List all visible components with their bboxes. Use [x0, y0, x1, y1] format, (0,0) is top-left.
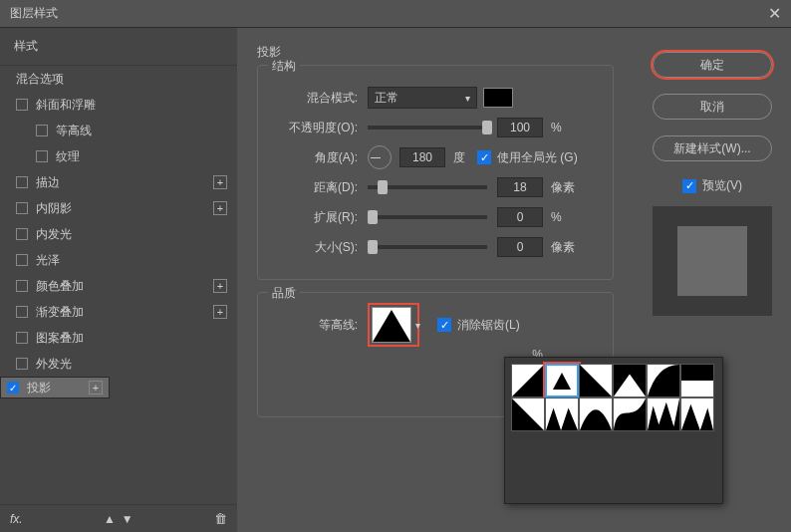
checkbox-icon[interactable]: [16, 176, 28, 188]
preview-label: 预览(V): [702, 177, 742, 194]
checkbox-icon[interactable]: [16, 99, 28, 111]
blendmode-select[interactable]: 正常▾: [368, 87, 477, 109]
contour-thumb[interactable]: [680, 398, 714, 431]
checkbox-icon[interactable]: [16, 254, 28, 266]
sidebar-item-gradientoverlay[interactable]: 渐变叠加+: [0, 299, 237, 325]
chevron-down-icon: ▾: [415, 320, 420, 331]
contour-popup: ✲: [504, 357, 723, 504]
checkbox-icon[interactable]: [16, 332, 28, 344]
contour-thumb[interactable]: [647, 398, 680, 431]
contour-thumb[interactable]: [613, 398, 647, 431]
fx-icon[interactable]: fx.: [10, 512, 23, 526]
add-icon[interactable]: +: [213, 305, 227, 319]
opacity-slider[interactable]: [368, 126, 487, 130]
opacity-row: 不透明度(O): 100 %: [268, 116, 603, 139]
contour-thumb[interactable]: [579, 364, 613, 398]
highlight-box: ▾: [368, 303, 419, 347]
window-title: 图层样式: [10, 5, 58, 22]
sidebar-item-contour[interactable]: 等高线: [0, 118, 237, 143]
cancel-button[interactable]: 取消: [653, 94, 772, 120]
sidebar-item-outerglow[interactable]: 外发光: [0, 351, 237, 377]
panel-title: 投影: [257, 44, 614, 61]
opacity-input[interactable]: 100: [497, 118, 543, 137]
group-label: 品质: [268, 285, 300, 302]
angle-row: 角度(A): 180 度 ✓ 使用全局光 (G): [268, 145, 603, 169]
sidebar-item-coloroverlay[interactable]: 颜色叠加+: [0, 273, 237, 299]
sidebar-item-dropshadow[interactable]: ✓投影+: [0, 377, 110, 399]
size-row: 大小(S): 0 像素: [268, 235, 603, 259]
styles-list: 混合选项 斜面和浮雕 等高线 纹理 描边+ 内阴影+ 内发光 光泽 颜色叠加+ …: [0, 66, 237, 504]
global-light-checkbox[interactable]: ✓: [477, 150, 491, 164]
sidebar-item-innershadow[interactable]: 内阴影+: [0, 195, 237, 221]
distance-row: 距离(D): 18 像素: [268, 175, 603, 199]
checkbox-icon[interactable]: [16, 202, 28, 214]
sidebar-item-texture[interactable]: 纹理: [0, 143, 237, 169]
checkbox-icon[interactable]: [16, 358, 28, 370]
contour-thumb[interactable]: [545, 364, 579, 398]
styles-header: 样式: [0, 28, 237, 66]
add-icon[interactable]: +: [89, 381, 103, 395]
styles-sidebar: 样式 混合选项 斜面和浮雕 等高线 纹理 描边+ 内阴影+ 内发光 光泽 颜色叠…: [0, 28, 237, 532]
trash-icon[interactable]: 🗑: [214, 511, 227, 526]
contour-grid: [511, 364, 716, 431]
spread-input[interactable]: 0: [497, 207, 543, 227]
down-icon[interactable]: ▼: [122, 512, 133, 526]
main-area: 样式 混合选项 斜面和浮雕 等高线 纹理 描边+ 内阴影+ 内发光 光泽 颜色叠…: [0, 28, 791, 532]
contour-thumb[interactable]: [511, 398, 545, 431]
sidebar-item-satin[interactable]: 光泽: [0, 247, 237, 273]
checkbox-icon[interactable]: [16, 306, 28, 318]
add-icon[interactable]: +: [213, 201, 227, 215]
newstyle-button[interactable]: 新建样式(W)...: [653, 135, 772, 161]
contour-thumb[interactable]: [545, 398, 579, 431]
distance-slider[interactable]: [368, 185, 487, 189]
sidebar-item-blending[interactable]: 混合选项: [0, 66, 237, 92]
spread-row: 扩展(R): 0 %: [268, 205, 603, 229]
contour-thumb[interactable]: [579, 398, 613, 431]
angle-input[interactable]: 180: [399, 147, 445, 167]
checkbox-icon[interactable]: [16, 280, 28, 292]
color-swatch[interactable]: [483, 88, 513, 108]
preview-box: [653, 206, 772, 316]
checkbox-icon[interactable]: ✓: [7, 382, 19, 394]
contour-thumb[interactable]: [511, 364, 545, 398]
size-slider[interactable]: [368, 245, 487, 249]
contour-picker[interactable]: ▾: [372, 307, 411, 343]
antialias-checkbox[interactable]: ✓: [437, 318, 451, 332]
sidebar-footer: fx. ▲▼ 🗑: [0, 504, 237, 532]
checkbox-icon[interactable]: [16, 228, 28, 240]
close-icon[interactable]: ✕: [768, 4, 781, 23]
blendmode-row: 混合模式: 正常▾: [268, 86, 603, 110]
group-label: 结构: [268, 58, 300, 75]
size-input[interactable]: 0: [497, 237, 543, 257]
angle-dial[interactable]: [368, 145, 392, 169]
structure-group: 结构 混合模式: 正常▾ 不透明度(O): 100 % 角度(A): 180 度…: [257, 65, 614, 280]
add-icon[interactable]: +: [213, 279, 227, 293]
add-icon[interactable]: +: [213, 175, 227, 189]
sidebar-item-patternoverlay[interactable]: 图案叠加: [0, 325, 237, 351]
chevron-down-icon: ▾: [465, 93, 470, 104]
settings-panel: 投影 结构 混合模式: 正常▾ 不透明度(O): 100 % 角度(A): 18…: [237, 28, 634, 532]
sidebar-item-stroke[interactable]: 描边+: [0, 169, 237, 195]
title-bar: 图层样式 ✕: [0, 0, 791, 28]
contour-thumb[interactable]: [680, 364, 714, 398]
preview-inner: [677, 226, 747, 296]
preview-checkbox[interactable]: ✓: [682, 179, 696, 193]
checkbox-icon[interactable]: [36, 125, 48, 136]
contour-thumb[interactable]: [647, 364, 680, 398]
contour-row: 等高线: ▾ ✓ 消除锯齿(L): [268, 313, 603, 337]
checkbox-icon[interactable]: [36, 150, 48, 162]
up-icon[interactable]: ▲: [104, 512, 116, 526]
sidebar-item-innerglow[interactable]: 内发光: [0, 221, 237, 247]
sidebar-item-bevel[interactable]: 斜面和浮雕: [0, 92, 237, 118]
ok-button[interactable]: 确定: [653, 52, 772, 78]
contour-thumb[interactable]: [613, 364, 647, 398]
distance-input[interactable]: 18: [497, 177, 543, 197]
spread-slider[interactable]: [368, 215, 487, 219]
